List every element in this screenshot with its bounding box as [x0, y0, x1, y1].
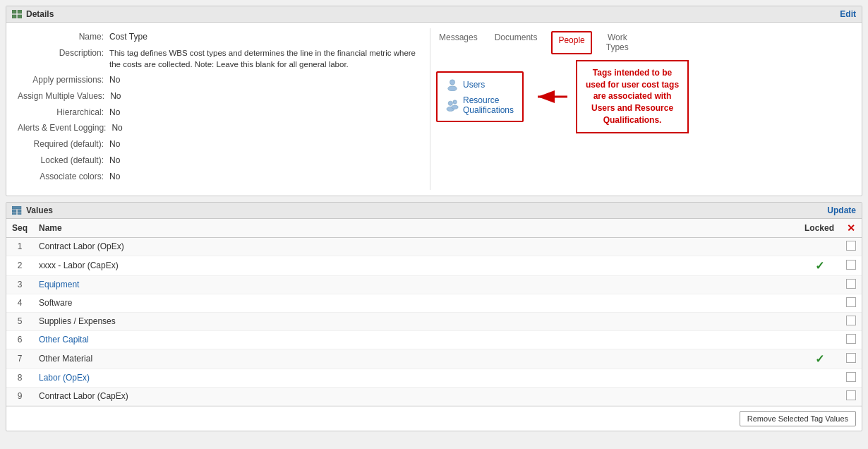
required-label: Required (default):: [18, 138, 109, 150]
table-row: 2xxxx - Labor (CapEx)✓: [6, 256, 862, 275]
delete-checkbox[interactable]: [846, 297, 856, 307]
delete-checkbox[interactable]: [846, 241, 856, 251]
locked-cell: [798, 294, 840, 312]
table-icon: [12, 206, 22, 215]
name-cell: Other Capital: [33, 330, 798, 349]
svg-point-9: [452, 105, 458, 109]
apply-permissions-value: No: [109, 74, 418, 86]
seq-cell: 2: [6, 256, 33, 275]
col-locked: Locked: [798, 219, 840, 238]
locked-cell: [798, 275, 840, 294]
required-row: Required (default): No: [18, 138, 418, 150]
details-panel-icon: [12, 9, 22, 19]
name-label: Name:: [18, 31, 109, 43]
edit-link[interactable]: Edit: [840, 9, 856, 19]
delete-checkbox[interactable]: [846, 353, 856, 363]
tab-messages[interactable]: Messages: [436, 31, 481, 54]
remove-selected-button[interactable]: Remove Selected Tag Values: [740, 411, 856, 426]
delete-checkbox[interactable]: [846, 316, 856, 325]
name-cell: Equipment: [33, 275, 798, 294]
values-footer: Remove Selected Tag Values: [6, 406, 862, 431]
people-resource-qual-label: ResourceQualifications: [463, 95, 514, 115]
main-container: Details Edit Name: Cost Type Description…: [0, 0, 868, 449]
svg-rect-3: [18, 15, 22, 18]
tab-work-types[interactable]: Work Types: [603, 31, 632, 54]
values-panel: Values Update Seq Name Locked ✕ 1Contrac…: [6, 202, 862, 431]
update-link[interactable]: Update: [827, 205, 856, 215]
resource-qual-icon: [446, 99, 459, 112]
svg-rect-0: [12, 10, 16, 13]
locked-default-label: Locked (default):: [18, 155, 109, 167]
locked-cell: [798, 387, 840, 405]
required-value: No: [109, 138, 418, 150]
delete-cell: [840, 275, 862, 294]
name-cell: xxxx - Labor (CapEx): [33, 256, 798, 275]
name-cell: Contract Labor (OpEx): [33, 237, 798, 256]
name-cell: Supplies / Expenses: [33, 312, 798, 330]
locked-check-icon: ✓: [815, 260, 824, 272]
svg-rect-13: [12, 210, 16, 212]
col-delete: ✕: [840, 219, 862, 238]
assign-multiple-row: Assign Multiple Values: No: [18, 90, 418, 102]
associate-colors-row: Associate colors: No: [18, 171, 418, 183]
arrow-area: [532, 88, 567, 105]
delete-checkbox[interactable]: [846, 372, 856, 382]
svg-rect-1: [18, 10, 22, 13]
values-table: Seq Name Locked ✕ 1Contract Labor (OpEx)…: [6, 219, 862, 406]
left-arrow-icon: [532, 88, 567, 105]
tab-documents[interactable]: Documents: [492, 31, 541, 54]
table-row: 9Contract Labor (CapEx): [6, 387, 862, 405]
svg-rect-2: [12, 15, 16, 18]
locked-cell: ✓: [798, 256, 840, 275]
hierarchical-row: Hierarchical: No: [18, 107, 418, 119]
seq-cell: 3: [6, 275, 33, 294]
delete-checkbox[interactable]: [846, 279, 856, 289]
values-table-body: 1Contract Labor (OpEx)2xxxx - Labor (Cap…: [6, 237, 862, 405]
details-body: Name: Cost Type Description: This tag de…: [6, 23, 862, 196]
alerts-value: No: [111, 122, 418, 134]
grid-icon: [12, 10, 22, 18]
svg-point-4: [450, 80, 454, 85]
values-panel-header: Values Update: [6, 203, 862, 219]
svg-rect-16: [18, 212, 21, 215]
description-value: This tag defines WBS cost types and dete…: [109, 47, 418, 70]
col-seq: Seq: [6, 219, 33, 238]
delete-checkbox[interactable]: [846, 390, 856, 400]
tab-people[interactable]: People: [551, 31, 591, 54]
people-section: Users ResourceQualifications: [436, 60, 856, 133]
hierarchical-value: No: [109, 107, 418, 119]
seq-cell: 1: [6, 237, 33, 256]
alerts-row: Alerts & Event Logging: No: [18, 122, 418, 134]
table-row: 3Equipment: [6, 275, 862, 294]
locked-check-icon: ✓: [815, 353, 824, 365]
details-panel-title: Details: [26, 9, 54, 19]
people-users-label: Users: [463, 80, 485, 90]
associate-colors-value: No: [109, 171, 418, 183]
delete-checkbox[interactable]: [846, 260, 856, 270]
assign-multiple-label: Assign Multiple Values:: [18, 90, 110, 102]
delete-all-icon[interactable]: ✕: [847, 222, 855, 234]
delete-cell: [840, 330, 862, 349]
seq-cell: 5: [6, 312, 33, 330]
svg-rect-14: [18, 210, 21, 212]
annotation-box: Tags intended to be used for user cost t…: [576, 60, 689, 133]
table-row: 8Labor (OpEx): [6, 369, 862, 387]
name-cell: Software: [33, 294, 798, 312]
seq-cell: 9: [6, 387, 33, 405]
hierarchical-label: Hierarchical:: [18, 107, 109, 119]
table-row: 7Other Material✓: [6, 349, 862, 369]
details-fields: Name: Cost Type Description: This tag de…: [6, 28, 430, 190]
delete-cell: [840, 387, 862, 405]
users-icon: [446, 78, 459, 91]
delete-checkbox[interactable]: [846, 334, 856, 344]
people-users-item: Users: [446, 78, 514, 91]
delete-cell: [840, 349, 862, 369]
seq-cell: 8: [6, 369, 33, 387]
svg-rect-15: [12, 212, 16, 215]
table-row: 6Other Capital: [6, 330, 862, 349]
table-row: 5Supplies / Expenses: [6, 312, 862, 330]
details-panel: Details Edit Name: Cost Type Description…: [6, 6, 862, 196]
svg-point-8: [453, 100, 457, 104]
annotation-text: Tags intended to be used for user cost t…: [586, 68, 679, 125]
table-row: 1Contract Labor (OpEx): [6, 237, 862, 256]
